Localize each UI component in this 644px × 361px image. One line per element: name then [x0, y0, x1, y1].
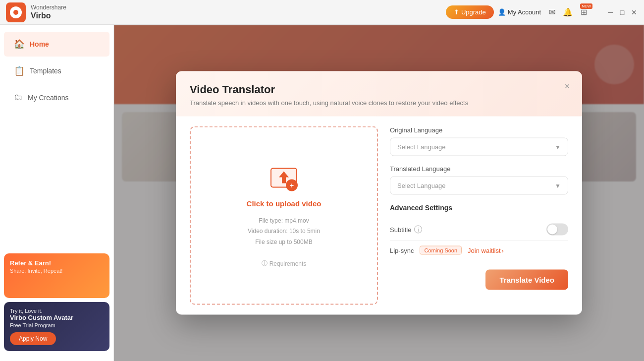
- upload-requirements[interactable]: ⓘ Requirements: [262, 259, 307, 268]
- translated-language-label: Translated Language: [390, 165, 568, 173]
- subtitle-label: Subtitle i: [390, 226, 422, 234]
- settings-panel: Original Language Select Language ▼ Tran…: [390, 126, 568, 305]
- templates-icon: 📋: [14, 65, 25, 76]
- video-translator-modal: Video Translator Translate speech in vid…: [176, 71, 582, 315]
- sidebar-promos: Refer & Earn! Share, Invite, Repeat! Try…: [0, 249, 113, 355]
- info-circle-icon: ⓘ: [262, 259, 268, 268]
- maximize-button[interactable]: □: [618, 8, 626, 16]
- original-language-placeholder: Select Language: [397, 143, 446, 151]
- lipsync-label: Lip-sync: [390, 246, 414, 254]
- upload-icon: +: [269, 163, 299, 193]
- app-logo-icon: [6, 2, 26, 22]
- grid-icon-container: ⊞ NEW: [577, 5, 590, 19]
- promo-refer-subtitle: Share, Invite, Repeat!: [10, 268, 104, 274]
- creations-icon: 🗂: [14, 92, 23, 103]
- subtitle-setting-row: Subtitle i: [390, 219, 568, 241]
- account-icon: 👤: [498, 8, 506, 16]
- mail-icon-button[interactable]: ✉: [545, 5, 559, 19]
- upgrade-button[interactable]: ⬆ Upgrade: [446, 5, 494, 19]
- translated-language-placeholder: Select Language: [397, 182, 446, 189]
- lipsync-setting-row: Lip-sync Coming Soon Join waitlist ›: [390, 241, 568, 260]
- notification-icon-button[interactable]: 🔔: [561, 5, 575, 19]
- advanced-settings-label: Advanced Settings: [390, 204, 568, 212]
- main-layout: 🏠 Home 📋 Templates 🗂 My Creations Refer …: [0, 25, 644, 361]
- subtitle-info-icon[interactable]: i: [414, 226, 422, 234]
- coming-soon-badge: Coming Soon: [420, 246, 462, 255]
- title-bar: Wondershare Virbo ⬆ Upgrade 👤 My Account…: [0, 0, 644, 25]
- modal-header: Video Translator Translate speech in vid…: [176, 71, 582, 117]
- account-button[interactable]: 👤 My Account: [498, 8, 541, 16]
- product-name: Virbo: [31, 11, 66, 20]
- promo-trial-title: Virbo Custom Avatar: [10, 314, 104, 321]
- minimize-button[interactable]: ─: [606, 8, 614, 16]
- home-icon: 🏠: [14, 39, 25, 50]
- translate-btn-row: Translate Video: [390, 270, 568, 290]
- sidebar-item-templates-label: Templates: [30, 67, 61, 75]
- upload-file-type: File type: mp4,mov Video duration: 10s t…: [248, 215, 320, 247]
- upgrade-icon: ⬆: [454, 8, 459, 16]
- sidebar-item-templates[interactable]: 📋 Templates: [4, 59, 109, 83]
- svg-text:+: +: [290, 181, 294, 189]
- apply-now-button[interactable]: Apply Now: [10, 332, 56, 345]
- promo-refer-card: Refer & Earn! Share, Invite, Repeat!: [4, 253, 109, 298]
- brand-name: Wondershare: [31, 4, 66, 11]
- new-badge: NEW: [580, 3, 592, 9]
- promo-trial-card: Try it, Love it. Virbo Custom Avatar Fre…: [4, 302, 109, 351]
- translate-video-button[interactable]: Translate Video: [485, 270, 568, 290]
- modal-title: Video Translator: [190, 83, 568, 96]
- icon-bar: ✉ 🔔 ⊞ NEW: [545, 5, 590, 19]
- original-language-dropdown[interactable]: Select Language ▼: [390, 138, 568, 156]
- translated-language-dropdown[interactable]: Select Language ▼: [390, 177, 568, 195]
- window-controls: ─ □ ✕: [606, 8, 638, 16]
- promo-trial-subtitle: Free Trial Program: [10, 322, 104, 328]
- original-language-chevron-icon: ▼: [555, 143, 561, 150]
- modal-subtitle: Translate speech in videos with one touc…: [190, 99, 568, 107]
- app-name: Wondershare Virbo: [31, 4, 66, 21]
- sidebar: 🏠 Home 📋 Templates 🗂 My Creations Refer …: [0, 25, 114, 361]
- close-button[interactable]: ✕: [630, 8, 638, 16]
- sidebar-item-home-label: Home: [30, 40, 49, 48]
- sidebar-item-home[interactable]: 🏠 Home: [4, 32, 109, 57]
- upload-area[interactable]: + Click to upload video File type: mp4,m…: [190, 126, 378, 305]
- app-branding: Wondershare Virbo: [6, 2, 66, 22]
- upload-cta-text: Click to upload video: [247, 199, 322, 207]
- promo-trial-eyebrow: Try it, Love it.: [10, 308, 104, 314]
- title-bar-right: ⬆ Upgrade 👤 My Account ✉ 🔔 ⊞ NEW ─ □ ✕: [446, 5, 638, 19]
- sidebar-item-my-creations[interactable]: 🗂 My Creations: [4, 85, 109, 110]
- modal-close-button[interactable]: ×: [560, 79, 574, 93]
- content-area: Video Translator Translate speech in vid…: [114, 25, 644, 361]
- subtitle-toggle[interactable]: [546, 224, 568, 236]
- translated-language-chevron-icon: ▼: [555, 182, 561, 189]
- chevron-right-icon: ›: [502, 246, 504, 254]
- promo-refer-title: Refer & Earn!: [10, 259, 104, 267]
- modal-body: + Click to upload video File type: mp4,m…: [176, 117, 582, 315]
- original-language-label: Original Language: [390, 126, 568, 134]
- sidebar-item-my-creations-label: My Creations: [28, 94, 68, 102]
- join-waitlist-link[interactable]: Join waitlist ›: [468, 246, 504, 254]
